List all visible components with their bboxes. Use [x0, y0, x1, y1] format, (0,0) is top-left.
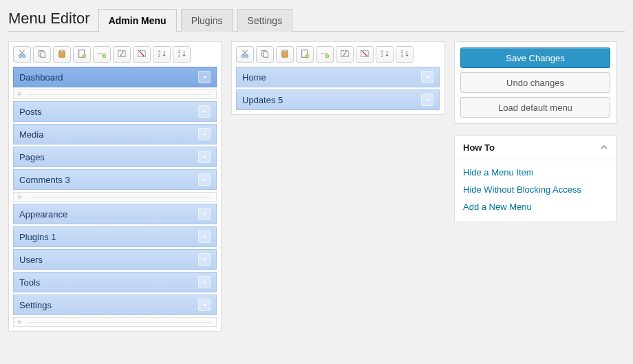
- menu-item[interactable]: Pages: [13, 147, 217, 167]
- sort-za-button[interactable]: ZA: [396, 46, 414, 63]
- menu-item[interactable]: Users: [13, 249, 217, 270]
- menu-item[interactable]: Updates 5: [236, 89, 440, 110]
- sub-menu-panel: AZZA HomeUpdates 5: [231, 41, 444, 115]
- menu-item-label: Appearance: [19, 209, 67, 220]
- show-icon: [340, 49, 350, 61]
- sort-az-button[interactable]: AZ: [153, 46, 171, 63]
- howto-link[interactable]: Hide a Menu Item: [463, 167, 608, 178]
- cut-icon: [240, 49, 250, 61]
- expand-icon[interactable]: [198, 231, 211, 243]
- sub-menu-list: HomeUpdates 5: [236, 67, 440, 110]
- new-sep-icon: [320, 49, 330, 61]
- new-sep-icon: [97, 49, 107, 61]
- show-icon: [117, 49, 127, 61]
- menu-separator[interactable]: [13, 192, 217, 202]
- main-menu-list: DashboardPostsMediaPagesComments 3Appear…: [13, 67, 217, 327]
- tab-admin-menu[interactable]: Admin Menu: [98, 9, 177, 32]
- hide-icon: [360, 49, 369, 61]
- svg-rect-20: [283, 50, 286, 52]
- menu-item-label: Tools: [19, 277, 40, 288]
- svg-text:A: A: [401, 54, 404, 58]
- menu-separator[interactable]: [13, 317, 217, 327]
- tab-bar: Menu Editor Admin MenuPluginsSettings: [8, 6, 625, 32]
- paste-button[interactable]: [276, 46, 294, 63]
- new-icon: [77, 49, 87, 61]
- show-button[interactable]: [336, 46, 354, 63]
- expand-icon[interactable]: [198, 151, 211, 163]
- sort-az-icon: AZ: [380, 49, 389, 61]
- menu-item-label: Plugins 1: [19, 232, 56, 242]
- expand-icon[interactable]: [198, 208, 211, 220]
- cut-icon: [17, 49, 27, 61]
- paste-icon: [280, 49, 290, 61]
- menu-item[interactable]: Home: [236, 67, 440, 87]
- menu-item-label: Home: [242, 72, 266, 83]
- expand-icon[interactable]: [198, 105, 211, 118]
- load-default-button[interactable]: Load default menu: [460, 97, 610, 118]
- menu-item[interactable]: Appearance: [13, 204, 217, 224]
- show-button[interactable]: [113, 46, 131, 63]
- menu-item[interactable]: Tools: [13, 272, 217, 292]
- svg-point-0: [19, 54, 21, 57]
- expand-icon[interactable]: [198, 276, 211, 288]
- sidebar: Save Changes Undo changes Load default m…: [454, 41, 616, 222]
- menu-separator[interactable]: [13, 89, 217, 99]
- svg-text:Z: Z: [178, 50, 181, 54]
- action-buttons: Save Changes Undo changes Load default m…: [454, 41, 616, 124]
- menu-item[interactable]: Plugins 1: [13, 226, 217, 247]
- new-button[interactable]: [73, 46, 91, 63]
- menu-item[interactable]: Posts: [13, 101, 217, 122]
- expand-icon[interactable]: [421, 71, 433, 83]
- expand-icon[interactable]: [421, 94, 433, 106]
- paste-button[interactable]: [53, 46, 71, 63]
- sort-za-button[interactable]: ZA: [173, 46, 191, 63]
- cut-button[interactable]: [236, 46, 254, 63]
- menu-item[interactable]: Settings: [13, 295, 217, 315]
- expand-icon[interactable]: [198, 128, 211, 140]
- save-button[interactable]: Save Changes: [460, 47, 610, 68]
- tab-settings[interactable]: Settings: [237, 9, 293, 32]
- howto-header[interactable]: How To: [455, 136, 616, 160]
- undo-button[interactable]: Undo changes: [460, 72, 610, 93]
- main-toolbar: AZZA: [13, 46, 217, 63]
- howto-link[interactable]: Add a New Menu: [463, 202, 608, 212]
- svg-text:A: A: [381, 50, 384, 54]
- expand-icon[interactable]: [198, 71, 211, 83]
- page-title: Menu Editor: [8, 6, 90, 32]
- howto-title: How To: [463, 142, 495, 153]
- expand-icon[interactable]: [198, 299, 211, 311]
- svg-text:A: A: [158, 50, 161, 54]
- hide-button[interactable]: [356, 46, 374, 63]
- menu-item-label: Settings: [19, 300, 52, 310]
- copy-button[interactable]: [33, 46, 51, 63]
- sort-az-icon: AZ: [157, 49, 167, 61]
- svg-rect-3: [41, 52, 45, 57]
- svg-text:Z: Z: [401, 50, 404, 54]
- svg-text:Z: Z: [158, 54, 161, 58]
- svg-text:A: A: [178, 54, 181, 58]
- collapse-icon: [601, 142, 608, 153]
- menu-item-label: Users: [19, 255, 43, 265]
- tab-plugins[interactable]: Plugins: [181, 9, 233, 32]
- cut-button[interactable]: [13, 46, 31, 63]
- svg-text:Z: Z: [381, 54, 384, 58]
- sub-toolbar: AZZA: [236, 46, 440, 63]
- menu-item[interactable]: Comments 3: [13, 169, 217, 190]
- sort-za-icon: ZA: [177, 49, 186, 61]
- hide-button[interactable]: [133, 46, 151, 63]
- new-icon: [300, 49, 310, 61]
- menu-item-label: Posts: [19, 107, 42, 117]
- new-button[interactable]: [296, 46, 314, 63]
- howto-link[interactable]: Hide Without Blocking Access: [463, 184, 608, 195]
- copy-button[interactable]: [256, 46, 274, 63]
- sort-az-button[interactable]: AZ: [376, 46, 394, 63]
- expand-icon[interactable]: [198, 173, 211, 186]
- menu-item[interactable]: Dashboard: [13, 67, 217, 87]
- menu-item-label: Pages: [19, 152, 45, 162]
- sort-za-icon: ZA: [400, 49, 409, 61]
- menu-item[interactable]: Media: [13, 124, 217, 144]
- expand-icon[interactable]: [198, 253, 211, 266]
- copy-icon: [260, 49, 270, 61]
- new-sep-button[interactable]: [93, 46, 111, 63]
- new-sep-button[interactable]: [316, 46, 334, 63]
